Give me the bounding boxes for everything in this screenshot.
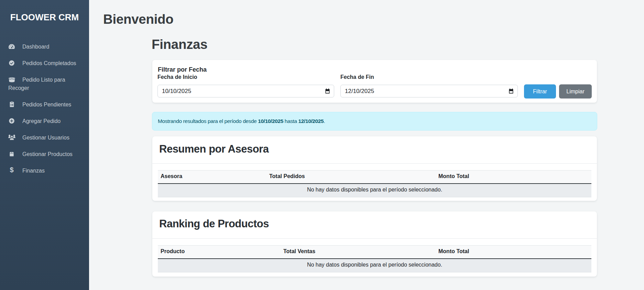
svg-text:$: $	[10, 167, 13, 173]
